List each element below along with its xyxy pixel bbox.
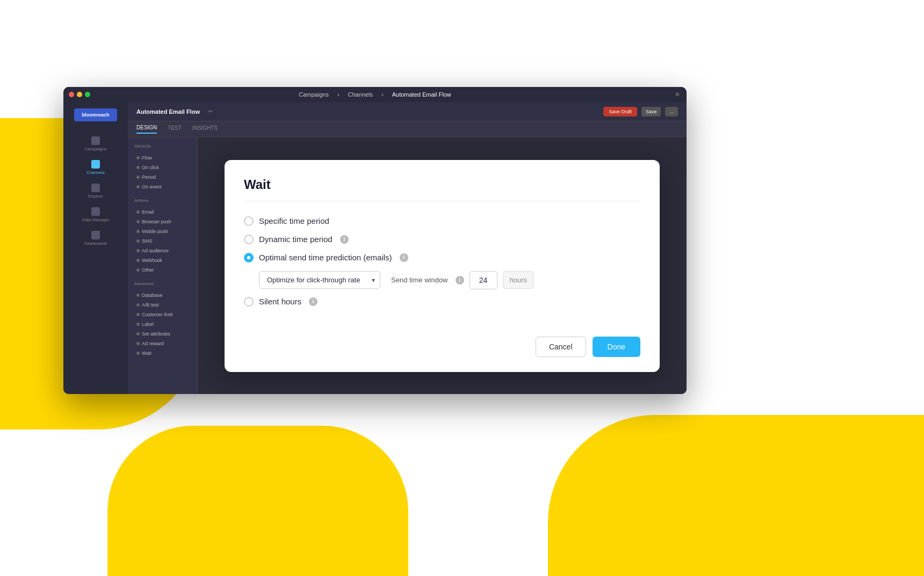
- breadcrumb-separator: ›: [337, 91, 340, 98]
- sidebar-item-label: Channels: [86, 170, 105, 175]
- radio-option-optimal[interactable]: Optimal send time prediction (emails) i: [244, 253, 640, 263]
- breadcrumb-current: Automated Email Flow: [392, 91, 451, 98]
- send-time-section: Send time window i hours: [391, 271, 534, 289]
- sidebar-item-label: Campaigns: [85, 147, 106, 151]
- window-close-button[interactable]: [69, 92, 74, 97]
- breadcrumb-separator2: ›: [381, 91, 384, 98]
- breadcrumb-campaigns[interactable]: Campaigns: [299, 91, 329, 98]
- radio-option-specific[interactable]: Specific time period: [244, 216, 640, 226]
- dialog-overlay: Wait Specific time period Dyna: [198, 137, 687, 394]
- more-button[interactable]: ...: [665, 107, 678, 116]
- dashboards-icon: [91, 231, 100, 239]
- left-panel: DESIGN Flow On click Period On event Act…: [128, 137, 198, 394]
- sidebar-item-campaigns[interactable]: Campaigns: [63, 132, 128, 156]
- left-panel-item-ad-audience[interactable]: Ad audience: [132, 246, 193, 256]
- window-maximize-button[interactable]: [85, 92, 90, 97]
- dialog-title: Wait: [244, 177, 640, 201]
- silent-hours-label: Silent hours: [259, 297, 301, 306]
- radio-specific-label: Specific time period: [259, 216, 329, 225]
- hours-label: hours: [503, 271, 535, 289]
- sub-nav: DESIGN TEST INSIGHTS: [128, 121, 687, 137]
- window-minimize-button[interactable]: [77, 92, 82, 97]
- left-panel-item-wait[interactable]: Wait: [132, 348, 193, 358]
- left-panel-item-flow[interactable]: Flow: [132, 153, 193, 163]
- sidebar-item-channels[interactable]: Channels: [63, 156, 128, 179]
- data-manager-icon: [91, 207, 100, 216]
- left-panel-item-webhook[interactable]: Webhook: [132, 256, 193, 265]
- radio-option-dynamic[interactable]: Dynamic time period i: [244, 235, 640, 244]
- left-panel-item-onclick[interactable]: On click: [132, 163, 193, 172]
- tab-insights[interactable]: INSIGHTS: [192, 125, 218, 133]
- radio-dynamic[interactable]: [244, 235, 254, 244]
- top-nav: Automated Email Flow ✏ Save Draft Save .…: [128, 102, 687, 121]
- radio-silent-hours[interactable]: [244, 297, 254, 307]
- left-panel-item-sms[interactable]: SMS: [132, 236, 193, 246]
- cancel-button[interactable]: Cancel: [536, 337, 586, 357]
- radio-specific[interactable]: [244, 216, 254, 226]
- sidebar-item-data-manager[interactable]: Data Manager: [63, 203, 128, 227]
- left-panel-item-browser-push[interactable]: Browser push: [132, 217, 193, 227]
- content-area: DESIGN Flow On click Period On event Act…: [128, 137, 687, 394]
- flow-canvas: Wait Specific time period Dyna: [198, 137, 687, 394]
- optimize-select-wrapper: Optimize for click-through rate Optimize…: [259, 271, 380, 289]
- section-design: DESIGN: [132, 143, 193, 150]
- done-button[interactable]: Done: [593, 337, 640, 357]
- app-window: Campaigns › Channels › Automated Email F…: [63, 87, 687, 394]
- sidebar-item-explore[interactable]: Explore: [63, 179, 128, 203]
- yellow-shape-bottom-left: [107, 426, 408, 576]
- edit-icon: ✏: [208, 108, 213, 114]
- radio-dynamic-label: Dynamic time period: [259, 235, 333, 244]
- logo-text: bloomreach: [82, 112, 109, 118]
- close-icon[interactable]: ✕: [674, 91, 681, 98]
- save-button[interactable]: Save: [641, 107, 661, 116]
- left-panel-item-onevent[interactable]: On event: [132, 182, 193, 192]
- channels-icon: [91, 160, 100, 169]
- top-nav-actions: Save Draft Save ...: [603, 107, 678, 116]
- sidebar-item-label: Dashboards: [84, 241, 107, 246]
- wait-dialog: Wait Specific time period Dyna: [225, 160, 660, 372]
- campaigns-icon: [91, 136, 100, 145]
- silent-hours-info-icon[interactable]: i: [309, 297, 317, 306]
- hours-input[interactable]: [470, 271, 497, 289]
- breadcrumb-channels[interactable]: Channels: [348, 91, 373, 98]
- section-actions: Actions: [132, 197, 193, 204]
- tab-design[interactable]: DESIGN: [136, 125, 157, 134]
- left-panel-item-customer-limit[interactable]: Customer limit: [132, 310, 193, 319]
- left-panel-item-ad-reward[interactable]: Ad reward: [132, 339, 193, 348]
- radio-optimal[interactable]: [244, 253, 254, 263]
- page-title: Automated Email Flow: [136, 108, 200, 115]
- section-advanced: Advanced: [132, 280, 193, 287]
- title-bar: Campaigns › Channels › Automated Email F…: [63, 87, 687, 102]
- send-time-info-icon[interactable]: i: [456, 276, 464, 285]
- explore-icon: [91, 184, 100, 192]
- left-panel-item-other[interactable]: Other: [132, 265, 193, 275]
- left-panel-item-period[interactable]: Period: [132, 172, 193, 182]
- optimal-info-icon[interactable]: i: [400, 253, 408, 262]
- sidebar-item-label: Data Manager: [82, 217, 110, 222]
- send-time-window-label: Send time window: [391, 276, 448, 284]
- sidebar: bloomreach Campaigns Channels Explore Da…: [63, 102, 128, 394]
- silent-hours-row[interactable]: Silent hours i: [244, 297, 640, 307]
- yellow-shape-bottom-right: [548, 415, 924, 576]
- dialog-footer: Cancel Done: [244, 328, 640, 357]
- optimize-row: Optimize for click-through rate Optimize…: [259, 271, 640, 289]
- left-panel-item-database[interactable]: Database: [132, 290, 193, 300]
- logo: bloomreach: [74, 108, 117, 121]
- optimize-select[interactable]: Optimize for click-through rate Optimize…: [259, 271, 380, 289]
- left-panel-item-label[interactable]: Label: [132, 319, 193, 329]
- main-content: Automated Email Flow ✏ Save Draft Save .…: [128, 102, 687, 394]
- radio-optimal-label: Optimal send time prediction (emails): [259, 253, 392, 262]
- tab-test[interactable]: TEST: [168, 125, 182, 133]
- sidebar-item-dashboards[interactable]: Dashboards: [63, 227, 128, 250]
- window-controls: [69, 92, 90, 97]
- breadcrumb: Campaigns › Channels › Automated Email F…: [299, 91, 451, 98]
- left-panel-item-set-attributes[interactable]: Set attributes: [132, 329, 193, 339]
- sidebar-item-label: Explore: [88, 194, 103, 199]
- dynamic-info-icon[interactable]: i: [340, 235, 349, 244]
- save-draft-button[interactable]: Save Draft: [603, 107, 637, 116]
- left-panel-item-ab-test[interactable]: A/B test: [132, 300, 193, 310]
- dialog-body: Specific time period Dynamic time period…: [244, 210, 640, 313]
- left-panel-item-mobile-push[interactable]: Mobile push: [132, 227, 193, 236]
- left-panel-item-email[interactable]: Email: [132, 207, 193, 217]
